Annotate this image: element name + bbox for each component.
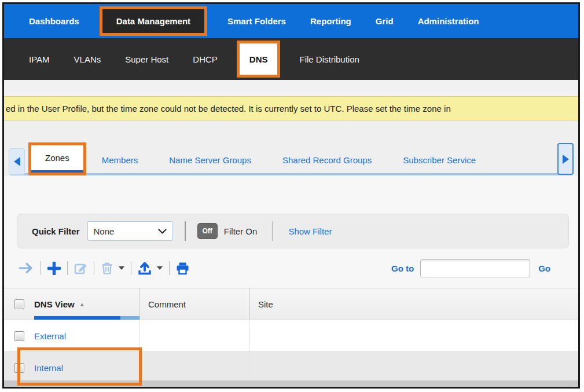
app-window: Dashboards Data Management Smart Folders… bbox=[2, 2, 580, 389]
nav-item-smart-folders[interactable]: Smart Folders bbox=[215, 16, 298, 26]
goto-input[interactable] bbox=[420, 259, 530, 277]
quick-filter-value: None bbox=[94, 226, 115, 236]
dns-tab-bar: Zones Members Name Server Groups Shared … bbox=[4, 142, 578, 175]
quick-filter-dropdown[interactable]: None bbox=[87, 221, 173, 241]
tab-name-server-groups[interactable]: Name Server Groups bbox=[153, 145, 267, 175]
nav-item-administration[interactable]: Administration bbox=[406, 16, 491, 26]
edit-icon[interactable] bbox=[74, 262, 87, 275]
tab-subscriber-service[interactable]: Subscriber Service bbox=[387, 145, 476, 175]
nav-item-grid[interactable]: Grid bbox=[363, 16, 406, 26]
row-checkbox-cell bbox=[4, 320, 34, 351]
go-button[interactable]: Go bbox=[538, 263, 550, 273]
delete-dropdown-caret-icon[interactable] bbox=[119, 266, 124, 270]
subnav-item-ipam[interactable]: IPAM bbox=[17, 54, 62, 64]
show-filter-link[interactable]: Show Filter bbox=[288, 226, 332, 236]
goto-group: Go to Go bbox=[391, 259, 550, 277]
comment-cell bbox=[139, 352, 249, 383]
top-navigation: Dashboards Data Management Smart Folders… bbox=[4, 4, 578, 38]
nav-item-reporting[interactable]: Reporting bbox=[298, 16, 363, 26]
table-header-row: DNS View ▲ Comment Site bbox=[4, 288, 578, 320]
column-header-dns-view-label: DNS View bbox=[34, 299, 75, 309]
spacer-band bbox=[4, 120, 578, 142]
add-icon[interactable] bbox=[47, 262, 61, 275]
table-row-external[interactable]: External bbox=[4, 320, 578, 351]
column-header-comment[interactable]: Comment bbox=[139, 288, 249, 320]
subnav-item-dhcp[interactable]: DHCP bbox=[181, 54, 230, 64]
sorted-column-underline bbox=[34, 316, 139, 320]
filter-divider-2 bbox=[272, 221, 273, 241]
site-cell bbox=[249, 320, 578, 351]
subnav-item-dns[interactable]: DNS bbox=[237, 41, 281, 78]
chevron-left-icon bbox=[14, 157, 20, 166]
filter-on-label: Filter On bbox=[224, 226, 258, 236]
sub-navigation: IPAM VLANs Super Host DHCP DNS File Dist… bbox=[4, 38, 578, 80]
toolbar-separator bbox=[94, 261, 94, 275]
goto-label: Go to bbox=[391, 263, 414, 273]
site-cell bbox=[249, 352, 578, 383]
toolbar-separator bbox=[41, 261, 41, 275]
tab-zones[interactable]: Zones bbox=[31, 145, 83, 173]
column-header-site[interactable]: Site bbox=[249, 288, 578, 320]
tab-members[interactable]: Members bbox=[86, 145, 154, 175]
dns-view-link-external[interactable]: External bbox=[34, 331, 66, 341]
chevron-down-icon bbox=[158, 229, 167, 234]
tab-shared-record-groups[interactable]: Shared Record Groups bbox=[267, 145, 387, 175]
chevron-right-icon bbox=[563, 155, 569, 164]
delete-icon[interactable] bbox=[101, 262, 113, 275]
table-toolbar: Go to Go bbox=[4, 248, 578, 288]
subnav-item-vlans[interactable]: VLANs bbox=[62, 54, 113, 64]
tab-scroll-left-button[interactable] bbox=[9, 148, 25, 175]
comment-cell bbox=[139, 320, 249, 351]
select-all-checkbox-cell bbox=[4, 288, 34, 320]
column-header-dns-view[interactable]: DNS View ▲ bbox=[34, 288, 139, 320]
spacer-strip bbox=[4, 80, 578, 96]
tab-scroll-right-button[interactable] bbox=[557, 143, 574, 175]
filter-toggle-button[interactable]: Off bbox=[197, 223, 218, 239]
row-checkbox[interactable] bbox=[14, 331, 24, 341]
toolbar-separator bbox=[67, 261, 68, 275]
subnav-item-super-host[interactable]: Super Host bbox=[113, 54, 181, 64]
toolbar-separator bbox=[131, 261, 131, 275]
export-icon[interactable] bbox=[138, 262, 152, 275]
quick-filter-panel: Quick Filter None Off Filter On Show Fil… bbox=[17, 214, 569, 248]
go-arrow-icon[interactable] bbox=[19, 262, 34, 274]
subnav-item-file-distribution[interactable]: File Distribution bbox=[287, 54, 371, 64]
print-icon[interactable] bbox=[176, 262, 189, 275]
annotation-box-internal bbox=[17, 347, 142, 386]
annotation-box-zones: Zones bbox=[28, 142, 86, 175]
timezone-warning-banner: ed in the User Profile, but the time zon… bbox=[4, 96, 578, 120]
timezone-warning-text: ed in the User Profile, but the time zon… bbox=[6, 104, 451, 113]
export-dropdown-caret-icon[interactable] bbox=[157, 266, 163, 270]
toolbar-separator bbox=[169, 261, 170, 275]
select-all-checkbox[interactable] bbox=[14, 299, 24, 309]
quick-filter-label: Quick Filter bbox=[32, 226, 80, 236]
filter-divider bbox=[185, 221, 186, 241]
nav-item-data-management[interactable]: Data Management bbox=[100, 6, 207, 36]
sort-ascending-icon: ▲ bbox=[79, 301, 85, 307]
nav-item-dashboards[interactable]: Dashboards bbox=[17, 16, 91, 26]
